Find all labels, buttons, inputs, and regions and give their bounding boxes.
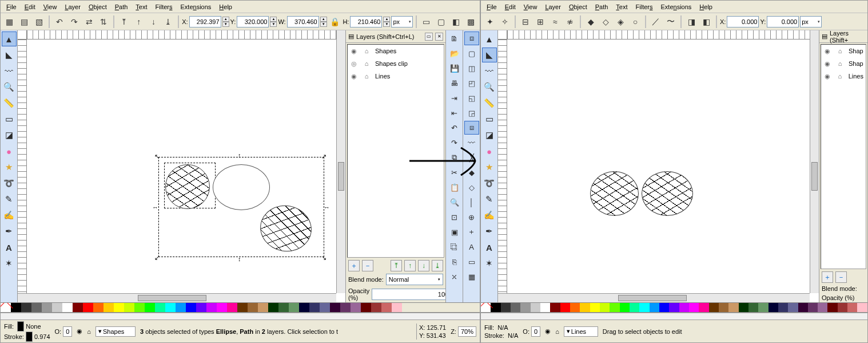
print-icon[interactable]: 🖶 bbox=[447, 76, 462, 90]
lock-icon[interactable]: ⌂ bbox=[836, 60, 844, 67]
color-swatch[interactable] bbox=[165, 303, 176, 313]
color-swatch[interactable] bbox=[808, 303, 818, 313]
color-swatch[interactable] bbox=[289, 303, 299, 313]
layer-remove-button[interactable]: － bbox=[835, 271, 847, 283]
layer-add-button[interactable]: ＋ bbox=[348, 260, 360, 271]
ruler-horizontal[interactable] bbox=[27, 30, 336, 40]
snap-line-mid-icon[interactable]: │ bbox=[464, 195, 479, 209]
color-swatch[interactable] bbox=[62, 303, 73, 313]
star-tool-icon[interactable]: ★ bbox=[482, 160, 497, 175]
color-swatch[interactable] bbox=[73, 303, 83, 313]
y-spinner[interactable]: ▲▼ bbox=[270, 17, 277, 27]
menu-path[interactable]: Path bbox=[112, 2, 132, 11]
layer-up-button[interactable]: ↑ bbox=[404, 260, 416, 271]
color-swatch[interactable] bbox=[610, 303, 619, 313]
color-swatch[interactable] bbox=[124, 303, 134, 313]
node-auto-icon[interactable]: ○ bbox=[628, 15, 642, 29]
lock-icon[interactable]: ⌂ bbox=[836, 73, 844, 80]
color-swatch[interactable] bbox=[580, 303, 590, 313]
snap-bbox-icon[interactable]: ▢ bbox=[464, 46, 479, 60]
pencil-tool-icon[interactable]: ✎ bbox=[2, 192, 17, 207]
color-swatch[interactable] bbox=[540, 303, 550, 313]
color-swatch[interactable] bbox=[320, 303, 330, 313]
rotate-cw-icon[interactable]: ↷ bbox=[67, 15, 81, 29]
color-swatch[interactable] bbox=[719, 303, 728, 313]
color-swatch[interactable] bbox=[511, 303, 520, 313]
color-swatch[interactable] bbox=[689, 303, 699, 313]
box3d-tool-icon[interactable]: ◪ bbox=[2, 128, 17, 143]
undo-icon[interactable]: ↶ bbox=[447, 121, 462, 135]
color-swatch[interactable] bbox=[520, 303, 530, 313]
scrollbar-vertical[interactable] bbox=[810, 30, 819, 293]
color-swatch[interactable] bbox=[196, 303, 206, 313]
snap-center-icon[interactable]: ◲ bbox=[464, 106, 479, 120]
node-join-icon[interactable]: ⊞ bbox=[533, 15, 547, 29]
unit-select[interactable]: px bbox=[391, 16, 413, 27]
node-join-seg-icon[interactable]: ≈ bbox=[548, 15, 562, 29]
y-input[interactable] bbox=[767, 16, 799, 27]
menu-path[interactable]: Path bbox=[592, 2, 612, 11]
color-swatch[interactable] bbox=[330, 303, 340, 313]
dock-close-button[interactable]: ✕ bbox=[435, 33, 443, 41]
color-swatch[interactable] bbox=[531, 303, 540, 313]
color-swatch[interactable] bbox=[590, 303, 600, 313]
box3d-tool-icon[interactable]: ◪ bbox=[482, 128, 497, 143]
layer-visible-icon[interactable]: ◉ bbox=[545, 328, 551, 335]
node-tool-icon[interactable]: ◣ bbox=[482, 48, 497, 62]
affect-gradient-icon[interactable]: ◧ bbox=[449, 15, 463, 29]
color-swatch[interactable] bbox=[155, 303, 165, 313]
w-input[interactable] bbox=[287, 16, 319, 27]
zoom-draw-icon[interactable]: ⊡ bbox=[447, 210, 462, 224]
node-break-icon[interactable]: ⊟ bbox=[519, 15, 532, 29]
color-swatch[interactable] bbox=[650, 303, 659, 313]
measure-tool-icon[interactable]: 📏 bbox=[482, 96, 497, 111]
raise-top-icon[interactable]: ⤒ bbox=[117, 15, 131, 29]
layer-down-button[interactable]: ↓ bbox=[418, 260, 429, 271]
color-swatch[interactable] bbox=[361, 303, 371, 313]
scrollbar-horizontal[interactable] bbox=[498, 293, 810, 302]
opacity-input[interactable] bbox=[372, 289, 456, 300]
color-swatch[interactable] bbox=[857, 303, 867, 313]
lock-icon[interactable]: ⌂ bbox=[363, 60, 371, 67]
color-swatch[interactable] bbox=[778, 303, 788, 313]
color-swatch[interactable] bbox=[838, 303, 847, 313]
color-swatch[interactable] bbox=[217, 303, 227, 313]
menu-view[interactable]: View bbox=[40, 2, 61, 11]
current-layer-combo[interactable]: ▾Shapes bbox=[95, 326, 136, 337]
menu-layer[interactable]: Layer bbox=[61, 2, 84, 11]
x-input[interactable] bbox=[727, 16, 759, 27]
affect-pattern-icon[interactable]: ▩ bbox=[464, 15, 477, 29]
layer-row[interactable]: ◉ ⌂ Shap bbox=[821, 45, 866, 57]
snap-rotation-icon[interactable]: ＋ bbox=[464, 225, 479, 239]
layer-visible-icon[interactable]: ◉ bbox=[77, 328, 82, 335]
ruler-vertical[interactable] bbox=[498, 40, 507, 293]
color-swatch[interactable] bbox=[639, 303, 649, 313]
color-swatch[interactable] bbox=[371, 303, 381, 313]
layer-row[interactable]: ◉ ⌂ Lines bbox=[821, 70, 866, 82]
menu-filters[interactable]: Filters bbox=[632, 2, 656, 11]
spiral-tool-icon[interactable]: ➰ bbox=[2, 176, 17, 191]
color-swatch[interactable] bbox=[42, 303, 52, 313]
color-swatch[interactable] bbox=[728, 303, 738, 313]
color-swatch[interactable] bbox=[659, 303, 669, 313]
pencil-tool-icon[interactable]: ✎ bbox=[482, 192, 497, 207]
menu-help[interactable]: Help bbox=[696, 2, 716, 11]
spray-tool-icon[interactable]: ✶ bbox=[482, 256, 497, 271]
color-swatch[interactable] bbox=[93, 303, 103, 313]
color-swatch[interactable] bbox=[620, 303, 630, 313]
measure-tool-icon[interactable]: 📏 bbox=[2, 96, 17, 111]
no-fill-swatch[interactable] bbox=[1, 303, 11, 313]
color-swatch[interactable] bbox=[739, 303, 748, 313]
menu-extensions[interactable]: Extensions bbox=[658, 2, 695, 11]
color-swatch[interactable] bbox=[827, 303, 837, 313]
palette-scrollbar[interactable] bbox=[481, 313, 867, 320]
color-swatch[interactable] bbox=[186, 303, 196, 313]
color-swatch[interactable] bbox=[560, 303, 570, 313]
node-cusp-icon[interactable]: ◆ bbox=[584, 15, 598, 29]
color-swatch[interactable] bbox=[145, 303, 155, 313]
lock-aspect-icon[interactable]: 🔒 bbox=[328, 15, 342, 29]
tweak-tool-icon[interactable]: 〰 bbox=[2, 64, 17, 78]
deselect-icon[interactable]: ▧ bbox=[33, 15, 46, 29]
menu-object[interactable]: Object bbox=[566, 2, 591, 11]
rect-tool-icon[interactable]: ▭ bbox=[482, 112, 497, 127]
